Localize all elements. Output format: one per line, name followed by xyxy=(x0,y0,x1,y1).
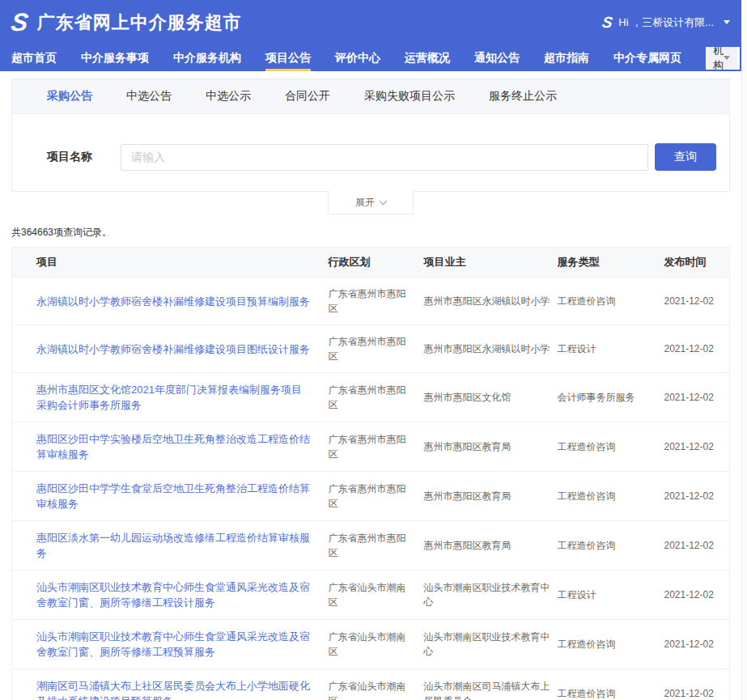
nav-search-input[interactable] xyxy=(737,47,740,70)
project-link[interactable]: 潮南区司马浦镇大布上社区居民委员会大布上小学地面硬化及排水系统建设项目预算服务 xyxy=(36,680,310,700)
table-header-row: 项目行政区划项目业主服务类型发布时间 xyxy=(12,248,730,278)
nav-item-2[interactable]: 中介服务事项 xyxy=(81,45,149,71)
results-summary: 共364663项查询记录。 xyxy=(11,226,730,240)
owner-cell: 汕头市潮南区职业技术教育中心 xyxy=(418,571,551,620)
service-type-cell: 工程造价咨询 xyxy=(551,472,658,521)
region-cell: 广东省汕头市潮南区 xyxy=(322,669,418,700)
table-body: 永湖镇以时小学教师宿舍楼补漏维修建设项目预算编制服务广东省惠州市惠阳区惠州市惠阳… xyxy=(12,278,730,700)
region-cell: 广东省汕头市潮南区 xyxy=(322,571,418,620)
project-cell: 汕头市潮南区职业技术教育中心师生食堂通风采光改造及宿舍教室门窗、厕所等修缮工程设… xyxy=(12,571,322,620)
chevron-down-icon xyxy=(380,197,388,205)
project-cell: 永湖镇以时小学教师宿舍楼补漏维修建设项目图纸设计服务 xyxy=(12,325,322,373)
nav-item-4[interactable]: 项目公告 xyxy=(265,45,311,71)
expand-label: 展开 xyxy=(355,196,375,210)
project-cell: 惠阳区沙田中学实验楼后空地卫生死角整治改造工程造价结算审核服务 xyxy=(12,422,322,472)
table-row: 潮南区司马浦镇大布上社区居民委员会大布上小学地面硬化及排水系统建设项目预算服务广… xyxy=(12,669,730,700)
project-cell: 惠阳区沙田中学学生食堂后空地卫生死角整治工程造价结算审核服务 xyxy=(12,472,322,521)
project-link[interactable]: 惠州市惠阳区文化馆2021年度部门决算报表编制服务项目采购会计师事务所服务 xyxy=(36,384,302,411)
service-type-cell: 工程造价咨询 xyxy=(551,521,658,571)
tab-4[interactable]: 合同公开 xyxy=(285,89,330,104)
owner-cell: 惠州市惠阳区教育局 xyxy=(418,521,551,571)
announcement-table: 项目行政区划项目业主服务类型发布时间 永湖镇以时小学教师宿舍楼补漏维修建设项目预… xyxy=(11,247,730,700)
region-cell: 广东省惠州市惠阳区 xyxy=(322,472,418,521)
owner-cell: 惠州市惠阳区永湖镇以时小学 xyxy=(418,325,551,373)
publish-date-cell: 2021-12-02 xyxy=(658,422,730,472)
table-row: 汕头市潮南区职业技术教育中心师生食堂通风采光改造及宿舍教室门窗、厕所等修缮工程预… xyxy=(12,620,730,669)
service-type-cell: 工程造价咨询 xyxy=(551,620,658,669)
project-link[interactable]: 惠阳区沙田中学学生食堂后空地卫生死角整治工程造价结算审核服务 xyxy=(36,482,310,510)
top-header: S 广东省网上中介服务超市 S Hi ，三桥设计有限... xyxy=(0,0,741,45)
filter-area: 项目名称 查询 xyxy=(12,114,729,191)
publish-date-cell: 2021-12-02 xyxy=(658,373,730,422)
nav-item-3[interactable]: 中介服务机构 xyxy=(173,45,241,71)
owner-cell: 惠州市惠阳区永湖镇以时小学 xyxy=(418,278,551,325)
nav-item-8[interactable]: 超市指南 xyxy=(544,45,589,71)
publish-date-cell: 2021-12-02 xyxy=(658,571,730,620)
page: S 广东省网上中介服务超市 S Hi ，三桥设计有限... 超市首页中介服务事项… xyxy=(0,0,741,700)
table-row: 永湖镇以时小学教师宿舍楼补漏维修建设项目预算编制服务广东省惠州市惠阳区惠州市惠阳… xyxy=(12,278,730,325)
nav-items: 超市首页中介服务事项中介服务机构项目公告评价中心运营概况通知公告超市指南中介专属… xyxy=(11,45,706,71)
project-link[interactable]: 惠阳区沙田中学实验楼后空地卫生死角整治改造工程造价结算审核服务 xyxy=(36,433,310,460)
publish-date-cell: 2021-12-02 xyxy=(658,278,730,325)
project-cell: 汕头市潮南区职业技术教育中心师生食堂通风采光改造及宿舍教室门窗、厕所等修缮工程预… xyxy=(12,620,322,669)
project-link[interactable]: 惠阳区淡水第一幼儿园运动场改造修缮工程造价结算审核服务 xyxy=(36,532,310,559)
service-type-cell: 工程造价咨询 xyxy=(551,422,658,472)
site-logo-icon: S xyxy=(10,10,30,35)
scrollbar-track[interactable] xyxy=(741,0,747,700)
tab-1[interactable]: 采购公告 xyxy=(47,89,92,104)
expand-toggle[interactable]: 展开 xyxy=(328,191,414,214)
filter-panel: 采购公告中选公告中选公示合同公开采购失败项目公示服务终止公示 项目名称 查询 xyxy=(11,78,730,192)
publish-date-cell: 2021-12-02 xyxy=(658,521,730,571)
owner-cell: 汕头市潮南区职业技术教育中心 xyxy=(418,620,551,669)
owner-cell: 惠州市惠阳区文化馆 xyxy=(418,373,551,422)
region-cell: 广东省惠州市惠阳区 xyxy=(322,373,418,422)
region-cell: 广东省惠州市惠阳区 xyxy=(322,521,418,571)
project-cell: 潮南区司马浦镇大布上社区居民委员会大布上小学地面硬化及排水系统建设项目预算服务 xyxy=(12,669,322,700)
user-logo-icon: S xyxy=(601,14,613,32)
publish-date-cell: 2021-12-02 xyxy=(658,669,730,700)
region-cell: 广东省惠州市惠阳区 xyxy=(322,325,418,373)
tab-2[interactable]: 中选公告 xyxy=(126,89,172,104)
nav-item-5[interactable]: 评价中心 xyxy=(335,45,380,71)
column-header-1: 项目 xyxy=(12,248,322,278)
main-content: 采购公告中选公告中选公示合同公开采购失败项目公示服务终止公示 项目名称 查询 展… xyxy=(0,78,741,700)
publish-date-cell: 2021-12-02 xyxy=(658,325,730,373)
nav-item-7[interactable]: 通知公告 xyxy=(474,45,520,71)
query-button[interactable]: 查询 xyxy=(655,143,716,171)
table-row: 惠阳区沙田中学学生食堂后空地卫生死角整治工程造价结算审核服务广东省惠州市惠阳区惠… xyxy=(12,472,730,521)
nav-search-category-value: 机构 xyxy=(713,47,724,70)
caret-down-icon xyxy=(724,56,730,60)
project-name-input[interactable] xyxy=(121,144,648,171)
project-cell: 惠阳区淡水第一幼儿园运动场改造修缮工程造价结算审核服务 xyxy=(12,521,322,571)
nav-item-6[interactable]: 运营概况 xyxy=(405,45,450,71)
tab-5[interactable]: 采购失败项目公示 xyxy=(364,89,455,104)
user-menu[interactable]: S Hi ，三桥设计有限... xyxy=(602,14,741,32)
nav-search: 机构 xyxy=(706,47,740,70)
project-link[interactable]: 汕头市潮南区职业技术教育中心师生食堂通风采光改造及宿舍教室门窗、厕所等修缮工程预… xyxy=(36,630,310,658)
tab-6[interactable]: 服务终止公示 xyxy=(489,89,557,104)
caret-down-icon xyxy=(724,20,730,24)
user-greeting: Hi ，三桥设计有限... xyxy=(618,15,714,30)
service-type-cell: 会计师事务所服务 xyxy=(551,373,658,422)
owner-cell: 汕头市潮南区司马浦镇大布上居民委员会 xyxy=(418,669,551,700)
column-header-5: 发布时间 xyxy=(658,248,730,278)
owner-cell: 惠州市惠阳区教育局 xyxy=(418,422,551,472)
service-type-cell: 工程造价咨询 xyxy=(551,278,658,325)
service-type-cell: 工程造价咨询 xyxy=(551,669,658,700)
table-row: 汕头市潮南区职业技术教育中心师生食堂通风采光改造及宿舍教室门窗、厕所等修缮工程设… xyxy=(12,571,730,620)
tab-bar: 采购公告中选公告中选公示合同公开采购失败项目公示服务终止公示 xyxy=(12,79,729,114)
column-header-3: 项目业主 xyxy=(418,248,551,278)
region-cell: 广东省惠州市惠阳区 xyxy=(322,278,418,325)
service-type-cell: 工程设计 xyxy=(551,571,658,620)
nav-item-1[interactable]: 超市首页 xyxy=(11,45,57,71)
tab-3[interactable]: 中选公示 xyxy=(206,89,251,104)
table-row: 惠州市惠阳区文化馆2021年度部门决算报表编制服务项目采购会计师事务所服务广东省… xyxy=(12,373,730,422)
publish-date-cell: 2021-12-02 xyxy=(658,472,730,521)
project-link[interactable]: 永湖镇以时小学教师宿舍楼补漏维修建设项目图纸设计服务 xyxy=(36,343,310,355)
project-link[interactable]: 永湖镇以时小学教师宿舍楼补漏维修建设项目预算编制服务 xyxy=(36,295,310,308)
main-nav: 超市首页中介服务事项中介服务机构项目公告评价中心运营概况通知公告超市指南中介专属… xyxy=(0,45,741,71)
owner-cell: 惠州市惠阳区教育局 xyxy=(418,472,551,521)
nav-item-9[interactable]: 中介专属网页 xyxy=(613,45,681,71)
nav-search-category-select[interactable]: 机构 xyxy=(706,47,737,70)
project-link[interactable]: 汕头市潮南区职业技术教育中心师生食堂通风采光改造及宿舍教室门窗、厕所等修缮工程设… xyxy=(36,581,310,609)
